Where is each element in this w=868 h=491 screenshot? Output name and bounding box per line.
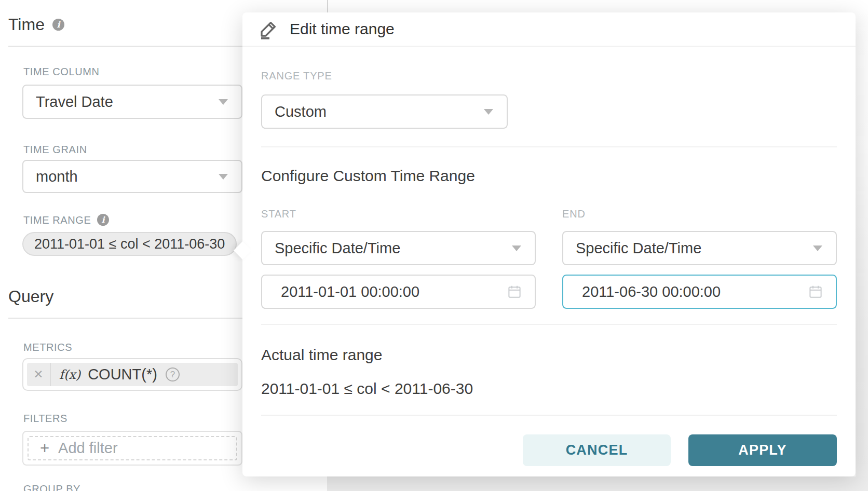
start-mode-select[interactable]: Specific Date/Time bbox=[261, 231, 536, 265]
modal-footer: CANCEL APPLY bbox=[261, 434, 837, 466]
group-by-label-text: GROUP BY bbox=[23, 483, 80, 491]
start-datetime-input[interactable]: 2011-01-01 00:00:00 bbox=[261, 275, 536, 309]
range-type-select[interactable]: Custom bbox=[261, 94, 508, 129]
time-section-header: Time i bbox=[8, 16, 64, 33]
info-icon[interactable]: i bbox=[52, 19, 64, 31]
actual-time-range-heading: Actual time range bbox=[261, 346, 837, 364]
add-filter-label: Add filter bbox=[58, 440, 117, 457]
divider bbox=[261, 146, 837, 147]
modal-body: RANGE TYPE Custom Configure Custom Time … bbox=[242, 71, 856, 466]
time-column-select[interactable]: Travel Date bbox=[22, 85, 242, 119]
end-column: END Specific Date/Time 2011-06-30 00:00:… bbox=[562, 209, 837, 309]
time-range-label-text: TIME RANGE bbox=[23, 214, 91, 226]
edit-pencil-icon bbox=[258, 19, 279, 39]
time-section-title: Time bbox=[8, 16, 45, 33]
time-grain-value: month bbox=[36, 168, 78, 185]
plus-icon: + bbox=[40, 440, 49, 456]
start-column: START Specific Date/Time 2011-01-01 00:0… bbox=[261, 209, 536, 309]
time-column-label-text: TIME COLUMN bbox=[23, 66, 100, 77]
range-type-value: Custom bbox=[275, 103, 327, 120]
query-section-header: Query bbox=[8, 288, 53, 305]
add-filter-button[interactable]: + Add filter bbox=[28, 436, 237, 460]
query-section-title: Query bbox=[8, 288, 53, 305]
chevron-down-icon bbox=[512, 246, 521, 251]
chevron-down-icon bbox=[813, 246, 822, 251]
section-divider bbox=[8, 318, 243, 319]
chevron-down-icon bbox=[484, 109, 493, 115]
time-column-value: Travel Date bbox=[36, 93, 113, 111]
calendar-icon[interactable] bbox=[808, 284, 823, 299]
remove-metric-icon[interactable]: ✕ bbox=[27, 363, 51, 386]
end-datetime-value: 2011-06-30 00:00:00 bbox=[582, 283, 721, 301]
metric-name: COUNT(*) bbox=[88, 366, 157, 383]
start-mode-value: Specific Date/Time bbox=[275, 240, 400, 257]
section-divider bbox=[8, 46, 243, 47]
group-by-label: GROUP BY bbox=[23, 483, 80, 491]
filters-label: FILTERS bbox=[23, 413, 67, 424]
filters-label-text: FILTERS bbox=[23, 413, 67, 424]
chevron-down-icon bbox=[219, 174, 228, 180]
time-range-label: TIME RANGE i bbox=[23, 214, 109, 226]
end-mode-select[interactable]: Specific Date/Time bbox=[562, 231, 837, 265]
divider bbox=[261, 324, 837, 325]
time-column-label: TIME COLUMN bbox=[23, 66, 100, 77]
time-grain-select[interactable]: month bbox=[22, 160, 242, 193]
cancel-button[interactable]: CANCEL bbox=[523, 434, 671, 466]
modal-header: Edit time range bbox=[242, 12, 856, 47]
metrics-label-text: METRICS bbox=[23, 342, 72, 353]
end-datetime-input[interactable]: 2011-06-30 00:00:00 bbox=[562, 275, 837, 309]
metrics-label: METRICS bbox=[23, 342, 72, 353]
calendar-icon[interactable] bbox=[507, 284, 522, 299]
filters-control: + Add filter bbox=[22, 431, 242, 466]
time-range-pill[interactable]: 2011-01-01 ≤ col < 2011-06-30 bbox=[22, 232, 237, 256]
start-label: START bbox=[261, 209, 536, 219]
configure-heading: Configure Custom Time Range bbox=[261, 167, 837, 185]
page: Time i TIME COLUMN Travel Date TIME GRAI… bbox=[0, 0, 868, 491]
chevron-down-icon bbox=[219, 99, 228, 105]
apply-button[interactable]: APPLY bbox=[688, 434, 837, 466]
metric-chip[interactable]: ✕ f(x) COUNT(*) ? bbox=[27, 363, 238, 386]
help-icon[interactable]: ? bbox=[166, 367, 180, 381]
metrics-control[interactable]: ✕ f(x) COUNT(*) ? bbox=[22, 358, 242, 391]
modal-title: Edit time range bbox=[290, 20, 395, 38]
function-icon: f(x) bbox=[59, 367, 80, 382]
end-label: END bbox=[562, 209, 837, 219]
start-datetime-value: 2011-01-01 00:00:00 bbox=[281, 283, 419, 301]
actual-time-range-value: 2011-01-01 ≤ col < 2011-06-30 bbox=[261, 380, 837, 398]
range-type-label: RANGE TYPE bbox=[261, 71, 837, 81]
start-end-columns: START Specific Date/Time 2011-01-01 00:0… bbox=[261, 209, 837, 309]
info-icon[interactable]: i bbox=[97, 214, 109, 226]
edit-time-range-modal: Edit time range RANGE TYPE Custom Config… bbox=[242, 12, 856, 476]
divider bbox=[261, 415, 837, 416]
time-grain-label-text: TIME GRAIN bbox=[23, 144, 87, 155]
end-mode-value: Specific Date/Time bbox=[576, 240, 701, 257]
time-grain-label: TIME GRAIN bbox=[23, 144, 87, 155]
